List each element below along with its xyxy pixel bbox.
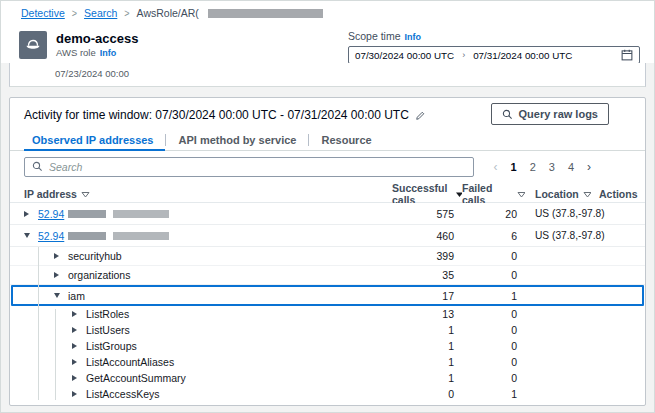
search-input[interactable] — [49, 161, 466, 173]
collapse-caret-icon[interactable] — [54, 293, 60, 298]
failed-calls-value: 0 — [462, 269, 525, 281]
pagination: ‹ 1 2 3 4 › — [494, 160, 592, 174]
successful-calls-value: 575 — [392, 208, 462, 220]
search-box[interactable] — [24, 157, 474, 177]
api-method-name: GetAccountSummary — [86, 372, 186, 384]
page-number-4[interactable]: 4 — [568, 161, 574, 173]
page-title: demo-access — [56, 31, 138, 46]
expand-caret-icon[interactable] — [24, 211, 29, 217]
successful-calls-value: 0 — [392, 388, 462, 400]
table-row-api-getaccountsummary[interactable]: GetAccountSummary 1 0 — [10, 370, 645, 386]
scope-time-range-picker[interactable]: 07/30/2024 00:00 UTC › 07/31/2024 00:00 … — [348, 46, 640, 64]
table-toolbar: ‹ 1 2 3 4 › — [24, 151, 631, 182]
scope-start-date: 07/30/2024 00:00 UTC — [355, 50, 454, 61]
table-row-api-listaccesskeys[interactable]: ListAccessKeys 0 1 — [10, 386, 645, 402]
table-body: 52.94 575 20 US (37.8,-97.8) 52.94 460 6 — [10, 203, 645, 402]
page-number-2[interactable]: 2 — [530, 161, 536, 173]
expand-caret-icon[interactable] — [54, 253, 59, 259]
tab-resource[interactable]: Resource — [309, 130, 383, 150]
entity-header: demo-access AWS roleInfo — [19, 31, 138, 59]
column-label: IP address — [24, 188, 77, 200]
info-link[interactable]: Info — [100, 48, 117, 58]
breadcrumb-link-detective[interactable]: Detective — [21, 7, 65, 19]
tab-observed-ip-addresses[interactable]: Observed IP addresses — [24, 130, 165, 150]
timeline-tick-label: 07/23/2024 00:00 — [55, 68, 129, 79]
failed-calls-value: 20 — [462, 208, 525, 220]
scope-time-label: Scope timeInfo — [348, 30, 640, 42]
entity-subtitle: AWS roleInfo — [56, 47, 138, 58]
breadcrumb-link-search[interactable]: Search — [84, 7, 117, 19]
ip-address-link[interactable]: 52.94 — [38, 230, 64, 242]
redacted-text — [68, 232, 106, 240]
table-row-service-securityhub[interactable]: securityhub 399 0 — [10, 247, 645, 266]
successful-calls-value: 17 — [392, 290, 462, 302]
api-method-name: ListGroups — [86, 340, 137, 352]
table-row-ip-1[interactable]: 52.94 575 20 US (37.8,-97.8) — [10, 203, 645, 225]
info-link[interactable]: Info — [405, 32, 422, 42]
service-name: organizations — [68, 269, 130, 281]
expand-caret-icon[interactable] — [72, 359, 77, 365]
timeline-panel-partial: 07/23/2024 00:00 — [9, 63, 646, 87]
table-row-service-organizations[interactable]: organizations 35 0 — [10, 266, 645, 285]
column-label: Location — [535, 188, 579, 200]
tab-bar: Observed IP addresses API method by serv… — [10, 130, 645, 151]
table-row-service-iam[interactable]: iam 17 1 — [11, 285, 644, 306]
successful-calls-value: 1 — [392, 340, 462, 352]
failed-calls-value: 1 — [462, 388, 525, 400]
service-name: iam — [68, 290, 85, 302]
failed-calls-value: 0 — [462, 308, 525, 320]
table-row-api-listroles[interactable]: ListRoles 13 0 — [10, 306, 645, 322]
table-row-api-listaccountaliases[interactable]: ListAccountAliases 1 0 — [10, 354, 645, 370]
column-label: Actions — [599, 188, 638, 200]
breadcrumb-separator: > — [72, 7, 77, 19]
expand-caret-icon[interactable] — [72, 375, 77, 381]
successful-calls-value: 35 — [392, 269, 462, 281]
activity-title-row: Activity for time window: 07/30/2024 00:… — [24, 108, 426, 122]
search-icon — [502, 109, 513, 120]
detective-console: Detective > Search > AwsRole/AR( demo-ac… — [0, 0, 655, 413]
tab-api-method-by-service[interactable]: API method by service — [166, 130, 308, 150]
api-method-name: ListAccessKeys — [86, 388, 160, 400]
previous-page-icon[interactable]: ‹ — [494, 160, 498, 174]
scope-end-date: 07/31/2024 00:00 UTC — [473, 50, 572, 61]
api-method-name: ListRoles — [86, 308, 129, 320]
edit-pencil-icon[interactable] — [415, 110, 426, 121]
activity-title: Activity for time window: 07/30/2024 00:… — [24, 108, 409, 122]
table-header-row: IP address Successful calls Failed calls… — [10, 182, 645, 203]
successful-calls-value: 1 — [392, 356, 462, 368]
collapse-caret-icon[interactable] — [24, 233, 30, 238]
next-page-icon[interactable]: › — [587, 160, 591, 174]
api-method-name: ListUsers — [86, 324, 130, 336]
tab-label: Observed IP addresses — [32, 134, 153, 146]
scope-time-text: Scope time — [348, 30, 401, 42]
breadcrumb: Detective > Search > AwsRole/AR( — [21, 7, 323, 19]
failed-calls-value: 0 — [462, 356, 525, 368]
failed-calls-value: 1 — [462, 290, 525, 302]
column-header-ip-address[interactable]: IP address — [24, 188, 392, 200]
sort-caret-icon — [517, 191, 525, 198]
service-name: securityhub — [68, 250, 122, 262]
scope-time-section: Scope timeInfo 07/30/2024 00:00 UTC › 07… — [348, 30, 640, 64]
sort-caret-icon — [583, 191, 591, 198]
expand-caret-icon[interactable] — [54, 272, 59, 278]
expand-caret-icon[interactable] — [72, 391, 77, 397]
table-row-api-listgroups[interactable]: ListGroups 1 0 — [10, 338, 645, 354]
page-number-3[interactable]: 3 — [549, 161, 555, 173]
location-value: US (37.8,-97.8) — [525, 230, 591, 241]
redacted-text — [208, 9, 323, 18]
ip-address-link[interactable]: 52.94 — [38, 208, 64, 220]
query-raw-logs-label: Query raw logs — [519, 108, 598, 120]
expand-caret-icon[interactable] — [72, 327, 77, 333]
expand-caret-icon[interactable] — [72, 343, 77, 349]
page-number-1[interactable]: 1 — [511, 161, 517, 173]
query-raw-logs-button[interactable]: Query raw logs — [491, 103, 609, 125]
table-row-api-listusers[interactable]: ListUsers 1 0 — [10, 322, 645, 338]
table-row-ip-2[interactable]: 52.94 460 6 US (37.8,-97.8) — [10, 225, 645, 247]
entity-type-label: AWS role — [56, 47, 96, 58]
expand-caret-icon[interactable] — [72, 311, 77, 317]
column-header-location[interactable]: Location — [525, 188, 591, 200]
calendar-icon[interactable] — [621, 49, 633, 61]
breadcrumb-separator: > — [124, 7, 129, 19]
failed-calls-value: 0 — [462, 372, 525, 384]
successful-calls-value: 13 — [392, 308, 462, 320]
